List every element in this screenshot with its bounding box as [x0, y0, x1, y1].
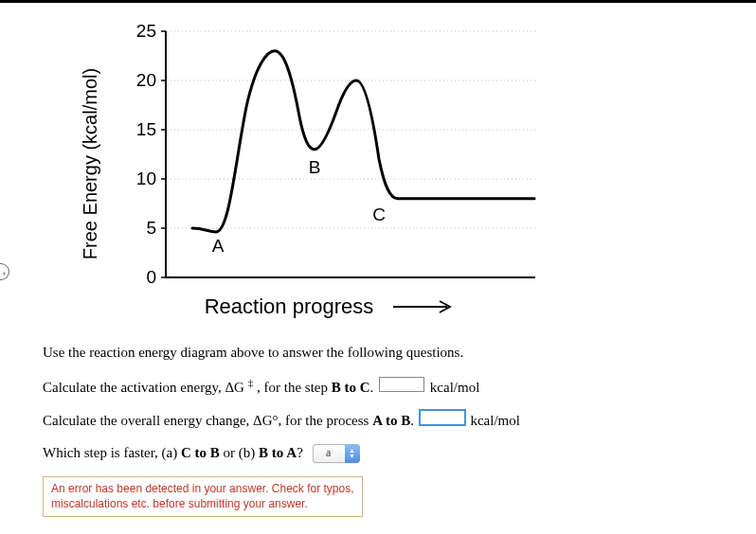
q3-select-value: a [313, 444, 345, 463]
x-axis-label: Reaction progress [205, 294, 374, 318]
q3-select[interactable]: a ▲▼ [313, 444, 360, 463]
error-row: An error has been detected in your answe… [43, 476, 728, 517]
page: 0 5 10 15 20 25 Free Energy (kcal/mol) R… [0, 0, 756, 534]
expand-handle[interactable] [0, 263, 9, 280]
energy-curve [192, 51, 534, 232]
svg-text:C: C [372, 205, 386, 224]
y-tick-labels: 0 5 10 15 20 25 [136, 21, 156, 287]
q2-period: . [410, 413, 414, 428]
svg-text:25: 25 [136, 21, 156, 41]
q1-text-a: Calculate the activation energy, ΔG [43, 380, 244, 395]
q2-bold: A to B [372, 413, 410, 428]
svg-text:5: 5 [146, 218, 156, 238]
q1-bold: B to C [332, 380, 370, 395]
question-2: Calculate the overall energy change, ΔG°… [43, 410, 728, 431]
svg-text:15: 15 [136, 119, 156, 139]
error-line-1: An error has been detected in your answe… [51, 482, 354, 497]
svg-text:A: A [212, 236, 225, 256]
q3-bold-2: B to A [259, 445, 297, 460]
svg-text:20: 20 [136, 70, 156, 90]
q1-text-b: , for the step [257, 380, 332, 395]
question-area: Use the reaction energy diagram above to… [43, 344, 728, 530]
question-1: Calculate the activation energy, ΔG ‡ , … [43, 376, 728, 398]
energy-diagram-chart: 0 5 10 15 20 25 Free Energy (kcal/mol) R… [76, 12, 568, 334]
question-3: Which step is faster, (a) C to B or (b) … [43, 444, 728, 464]
stepper-icon: ▲▼ [345, 444, 360, 463]
q3-text-c: ? [297, 445, 303, 460]
svg-text:10: 10 [136, 169, 156, 188]
y-axis-label: Free Energy (kcal/mol) [80, 68, 100, 259]
q3-text-a: Which step is faster, (a) [43, 445, 181, 460]
q2-answer-input[interactable] [420, 410, 465, 425]
x-axis-arrow [393, 301, 450, 312]
q1-unit: kcal/mol [430, 380, 480, 395]
q1-superscript: ‡ [248, 377, 254, 388]
point-labels: A B C [212, 157, 386, 256]
q2-unit: kcal/mol [470, 413, 520, 428]
intro-text: Use the reaction energy diagram above to… [43, 344, 728, 363]
q1-answer-input[interactable] [379, 377, 424, 392]
q2-text-a: Calculate the overall energy change, ΔG°… [43, 413, 372, 428]
error-message: An error has been detected in your answe… [43, 476, 363, 517]
svg-text:B: B [309, 157, 321, 177]
chart-svg: 0 5 10 15 20 25 Free Energy (kcal/mol) R… [76, 12, 568, 334]
svg-text:0: 0 [146, 267, 156, 287]
error-line-2: miscalculations etc. before submitting y… [51, 497, 354, 512]
q3-text-b: or (b) [224, 445, 260, 460]
q3-bold-1: C to B [181, 445, 220, 460]
q1-period: . [370, 380, 374, 395]
